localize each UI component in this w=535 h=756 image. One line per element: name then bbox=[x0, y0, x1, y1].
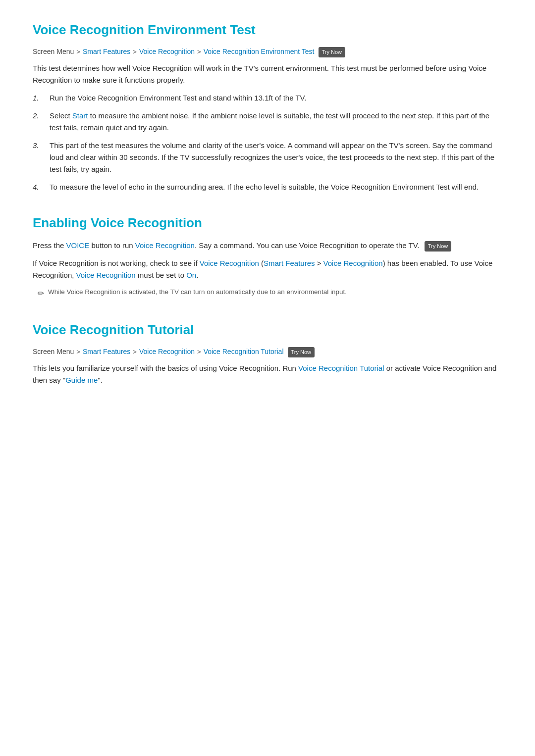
voice-recognition-link-2[interactable]: Voice Recognition bbox=[200, 259, 259, 267]
on-link[interactable]: On bbox=[186, 271, 196, 279]
enabling-para-1: Press the VOICE button to run Voice Reco… bbox=[33, 240, 502, 252]
breadcrumb-smart-features[interactable]: Smart Features bbox=[83, 47, 130, 57]
section-title-env-test: Voice Recognition Environment Test bbox=[33, 20, 502, 40]
list-item: 3. This part of the test measures the vo… bbox=[33, 140, 502, 175]
breadcrumb-sep-4: > bbox=[76, 347, 80, 357]
guide-me-link[interactable]: Guide me bbox=[65, 376, 98, 384]
list-num-2: 2. bbox=[33, 110, 50, 122]
try-now-badge-tutorial[interactable]: Try Now bbox=[288, 347, 315, 357]
start-link[interactable]: Start bbox=[72, 111, 88, 120]
list-item: 2. Select Start to measure the ambient n… bbox=[33, 110, 502, 134]
section-env-test: Voice Recognition Environment Test Scree… bbox=[33, 20, 502, 193]
env-test-steps: 1. Run the Voice Recognition Environment… bbox=[33, 92, 502, 193]
enabling-para-2: If Voice Recognition is not working, che… bbox=[33, 257, 502, 281]
list-num-4: 4. bbox=[33, 181, 50, 193]
list-item: 1. Run the Voice Recognition Environment… bbox=[33, 92, 502, 104]
voice-recognition-link-3[interactable]: Voice Recognition bbox=[323, 259, 383, 267]
voice-recognition-link-4[interactable]: Voice Recognition bbox=[76, 271, 136, 279]
breadcrumb-voice-recognition-2[interactable]: Voice Recognition bbox=[139, 347, 195, 357]
breadcrumb-sep-2: > bbox=[133, 47, 137, 57]
breadcrumb-env-test: Screen Menu > Smart Features > Voice Rec… bbox=[33, 47, 502, 57]
smart-features-link-2[interactable]: Smart Features bbox=[264, 259, 315, 267]
tutorial-body: This lets you familiarize yourself with … bbox=[33, 362, 502, 386]
breadcrumb-sep-5: > bbox=[133, 347, 137, 357]
section-enabling: Enabling Voice Recognition Press the VOI… bbox=[33, 213, 502, 300]
breadcrumb-tutorial-link[interactable]: Voice Recognition Tutorial bbox=[204, 347, 284, 357]
try-now-badge-enabling[interactable]: Try Now bbox=[425, 241, 452, 252]
section-title-tutorial: Voice Recognition Tutorial bbox=[33, 320, 502, 340]
try-now-badge-env-test[interactable]: Try Now bbox=[319, 47, 346, 57]
step-2-text: Select Start to measure the ambient nois… bbox=[50, 110, 502, 134]
note-text: While Voice Recognition is activated, th… bbox=[48, 287, 347, 297]
pencil-icon: ✏ bbox=[38, 288, 44, 300]
breadcrumb-sep-3: > bbox=[197, 47, 201, 57]
tutorial-run-link[interactable]: Voice Recognition Tutorial bbox=[298, 364, 384, 372]
enabling-note: ✏ While Voice Recognition is activated, … bbox=[38, 287, 502, 300]
env-test-intro: This test determines how well Voice Reco… bbox=[33, 62, 502, 86]
breadcrumb-screen-menu-2: Screen Menu bbox=[33, 347, 74, 357]
section-tutorial: Voice Recognition Tutorial Screen Menu >… bbox=[33, 320, 502, 386]
step-1-text: Run the Voice Recognition Environment Te… bbox=[50, 92, 502, 104]
section-title-enabling: Enabling Voice Recognition bbox=[33, 213, 502, 233]
voice-button-link[interactable]: VOICE bbox=[66, 241, 90, 250]
breadcrumb-tutorial: Screen Menu > Smart Features > Voice Rec… bbox=[33, 347, 502, 357]
breadcrumb-smart-features-2[interactable]: Smart Features bbox=[83, 347, 130, 357]
step-4-text: To measure the level of echo in the surr… bbox=[50, 181, 502, 193]
breadcrumb-sep-1: > bbox=[76, 47, 80, 57]
step-3-text: This part of the test measures the volum… bbox=[50, 140, 502, 175]
breadcrumb-env-test-link[interactable]: Voice Recognition Environment Test bbox=[204, 47, 315, 57]
breadcrumb-sep-6: > bbox=[197, 347, 201, 357]
list-num-1: 1. bbox=[33, 92, 50, 104]
breadcrumb-voice-recognition[interactable]: Voice Recognition bbox=[139, 47, 195, 57]
breadcrumb-screen-menu: Screen Menu bbox=[33, 47, 74, 57]
list-num-3: 3. bbox=[33, 140, 50, 151]
voice-recognition-link-1[interactable]: Voice Recognition bbox=[135, 241, 195, 250]
list-item: 4. To measure the level of echo in the s… bbox=[33, 181, 502, 193]
